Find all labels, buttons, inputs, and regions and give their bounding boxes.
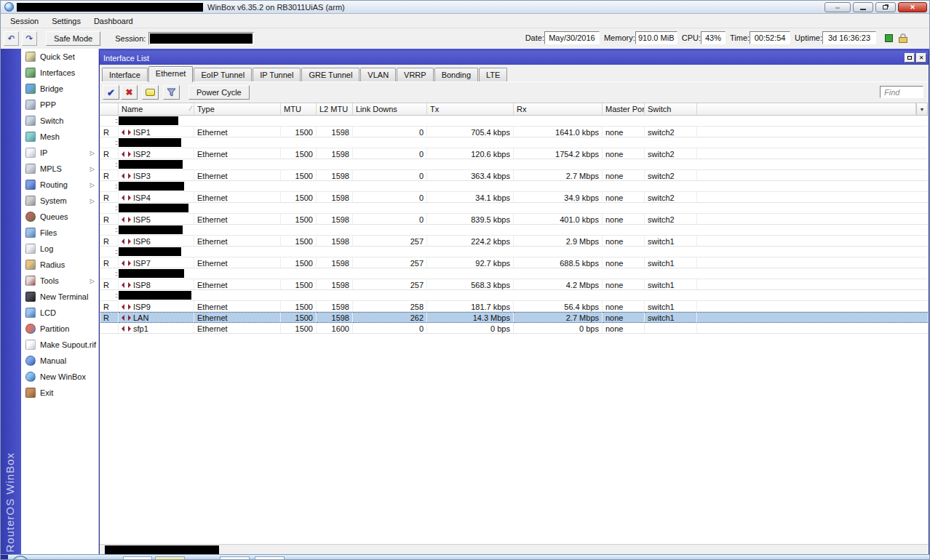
os-taskbar-sliver[interactable] — [1, 554, 930, 559]
taskbar-button[interactable] — [155, 556, 185, 559]
tab-gre-tunnel[interactable]: GRE Tunnel — [301, 68, 359, 81]
comment-row[interactable]: :: — [100, 137, 928, 148]
disable-button[interactable]: ✖ — [121, 85, 138, 100]
taskbar-button[interactable] — [123, 556, 152, 559]
sidebar-item-mesh[interactable]: Mesh — [21, 129, 98, 145]
sidebar-item-files[interactable]: Files — [21, 225, 98, 241]
comment-row[interactable]: :: — [100, 116, 928, 127]
sidebar-item-new-winbox[interactable]: New WinBox — [21, 369, 98, 385]
interface-name: ISP1 — [133, 128, 151, 137]
child-close-button[interactable]: ✕ — [916, 53, 926, 63]
sidebar-item-make-supout-rif[interactable]: Make Supout.rif — [21, 337, 98, 353]
column-header-type[interactable]: Type — [194, 103, 281, 116]
safe-mode-button[interactable]: Safe Mode — [46, 31, 100, 46]
child-restore-button[interactable] — [905, 53, 915, 63]
table-row[interactable]: RISP8Ethernet15001598257568.3 kbps4.2 Mb… — [100, 279, 928, 290]
sidebar-item-quick-set[interactable]: Quick Set — [21, 49, 98, 65]
table-row[interactable]: RISP3Ethernet150015980363.4 kbps2.7 Mbps… — [100, 170, 928, 181]
comment-row[interactable]: :: — [100, 181, 928, 192]
column-chooser-button[interactable]: ▼ — [916, 103, 928, 116]
undo-button[interactable]: ↶ — [4, 31, 19, 46]
tab-bonding[interactable]: Bonding — [434, 68, 478, 81]
table-row[interactable]: RISP5Ethernet150015980839.5 kbps401.0 kb… — [100, 214, 928, 225]
sidebar-item-switch[interactable]: Switch — [21, 113, 98, 129]
menu-session[interactable]: Session — [4, 15, 45, 27]
filter-button[interactable] — [163, 85, 180, 100]
interface-list-titlebar[interactable]: Interface List ✕ — [100, 51, 929, 65]
sidebar-item-interfaces[interactable]: Interfaces — [21, 65, 98, 81]
restore-button[interactable] — [875, 2, 896, 12]
comment-row[interactable]: :: — [100, 247, 928, 257]
tab-eoip-tunnel[interactable]: EoIP Tunnel — [194, 68, 252, 81]
ethernet-interface-icon — [122, 304, 131, 310]
interface-name: ISP4 — [133, 193, 151, 202]
column-header-rx[interactable]: Rx — [514, 103, 603, 116]
start-orb-icon[interactable] — [11, 556, 30, 559]
table-row[interactable]: RISP1Ethernet150015980705.4 kbps1641.0 k… — [100, 127, 928, 137]
table-row[interactable]: RISP9Ethernet15001598258181.7 kbps56.4 k… — [100, 301, 928, 312]
sidebar-item-system[interactable]: System▷ — [21, 193, 98, 209]
sidebar-item-tools[interactable]: Tools▷ — [21, 273, 98, 289]
sidebar-item-label: Radius — [40, 260, 65, 269]
sidebar-item-exit[interactable]: Exit — [21, 385, 98, 401]
sidebar-item-lcd[interactable]: LCD — [21, 305, 98, 321]
sidebar-item-log[interactable]: Log — [21, 241, 98, 257]
table-row[interactable]: sfp1Ethernet1500160000 bps0 bpsnone — [100, 323, 928, 334]
sidebar-item-label: Mesh — [40, 132, 60, 141]
supout-doc-icon — [25, 340, 36, 350]
comment-row[interactable]: :: — [100, 290, 928, 301]
comment-row[interactable]: :: — [100, 225, 928, 236]
column-header-flag[interactable] — [100, 103, 119, 116]
comment-row[interactable]: :: — [100, 203, 928, 214]
comment-button[interactable] — [142, 85, 159, 100]
minimize-button[interactable] — [853, 2, 873, 12]
session-field[interactable] — [148, 32, 254, 45]
sidebar-item-radius[interactable]: Radius — [21, 257, 98, 273]
sidebar-item-ip[interactable]: IP▷ — [21, 145, 98, 161]
table-row[interactable]: RLANEthernet1500159826214.3 Mbps2.7 Mbps… — [100, 312, 928, 323]
session-label: Session: — [115, 34, 146, 43]
comment-row[interactable]: :: — [100, 159, 928, 170]
sidebar-item-mpls[interactable]: MPLS▷ — [21, 161, 98, 177]
tab-interface[interactable]: Interface — [102, 68, 148, 81]
interface-name: ISP8 — [133, 281, 151, 289]
taskbar-button[interactable] — [255, 556, 285, 559]
close-button[interactable]: ✕ — [898, 2, 927, 12]
sidebar-item-partition[interactable]: Partition — [21, 321, 98, 337]
comment-row[interactable]: :: — [100, 268, 928, 279]
ethernet-interface-icon — [122, 326, 131, 332]
cell-l2mtu: 1598 — [317, 148, 353, 159]
cell-tx: 181.7 kbps — [427, 301, 514, 312]
column-header-switch[interactable]: Switch — [645, 103, 697, 116]
resize-toggle-button[interactable]: ⇔ — [824, 2, 851, 12]
tab-ip-tunnel[interactable]: IP Tunnel — [253, 68, 301, 81]
power-cycle-button[interactable]: Power Cycle — [188, 85, 250, 100]
menu-settings[interactable]: Settings — [45, 15, 87, 27]
table-row[interactable]: RISP2Ethernet150015980120.6 kbps1754.2 k… — [100, 148, 928, 159]
table-row[interactable]: RISP6Ethernet15001598257224.2 kbps2.9 Mb… — [100, 236, 928, 247]
tab-vrrp[interactable]: VRRP — [397, 68, 434, 81]
sidebar-item-routing[interactable]: Routing▷ — [21, 177, 98, 193]
column-header-l2mtu[interactable]: L2 MTU — [317, 103, 353, 116]
tab-vlan[interactable]: VLAN — [360, 68, 396, 81]
cell-master-port: none — [603, 312, 645, 323]
tab-lte[interactable]: LTE — [479, 68, 507, 81]
column-header-tx[interactable]: Tx — [427, 103, 514, 116]
column-header-master_port[interactable]: Master Port — [603, 103, 645, 116]
sidebar-item-new-terminal[interactable]: New Terminal — [21, 289, 98, 305]
column-header-mtu[interactable]: MTU — [281, 103, 317, 116]
taskbar-button[interactable] — [220, 556, 250, 559]
redo-button[interactable]: ↷ — [22, 31, 37, 46]
sidebar-item-queues[interactable]: Queues — [21, 209, 98, 225]
table-row[interactable]: RISP4Ethernet15001598034.1 kbps34.9 kbps… — [100, 192, 928, 203]
sidebar-item-ppp[interactable]: PPP — [21, 97, 98, 113]
table-row[interactable]: RISP7Ethernet1500159825792.7 kbps688.5 k… — [100, 257, 928, 268]
column-header-link_downs[interactable]: Link Downs — [353, 103, 427, 116]
sidebar-item-manual[interactable]: Manual — [21, 353, 98, 369]
column-header-name[interactable]: Name∕ — [119, 103, 194, 116]
find-input[interactable]: Find — [880, 86, 923, 98]
sidebar-item-bridge[interactable]: Bridge — [21, 81, 98, 97]
menu-dashboard[interactable]: Dashboard — [87, 15, 140, 27]
tab-ethernet[interactable]: Ethernet — [148, 66, 194, 82]
enable-button[interactable]: ✔ — [103, 85, 119, 100]
